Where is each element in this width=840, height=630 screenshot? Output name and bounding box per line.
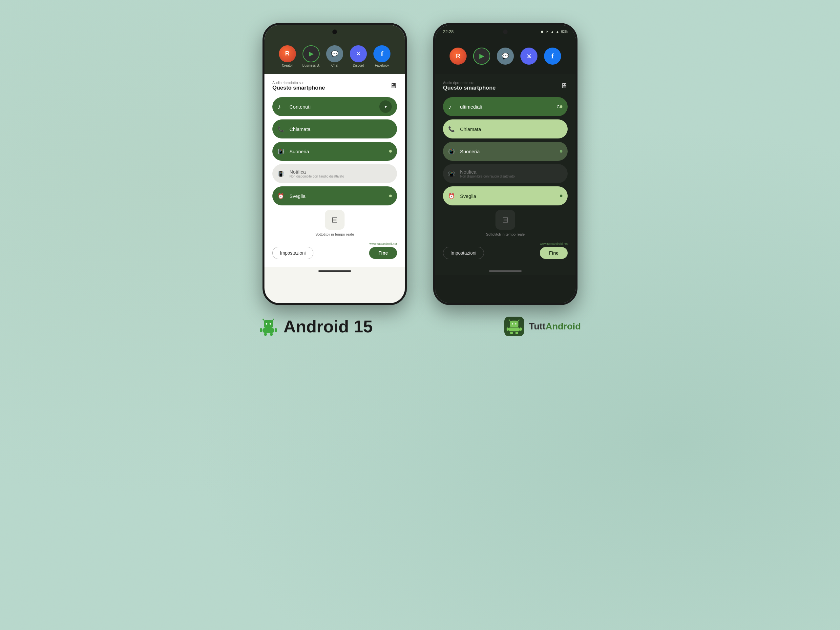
tuttoandroid-label: TuttAndroid <box>529 321 581 332</box>
vol-row-alarm-dark[interactable]: ⏰ Sveglia <box>443 186 568 205</box>
app-icon-chat-dark[interactable]: 💬 <box>497 47 514 65</box>
app-icons-bar-dark: R ▶ 💬 ⚔ <box>435 38 576 74</box>
app-icon-business-light[interactable]: ▶ Business S. <box>303 45 320 67</box>
done-button-light[interactable]: Fine <box>369 247 397 259</box>
vol-sublabel-notif-dark: Non disponibile con l'audio disattivato <box>460 175 515 178</box>
svg-point-1 <box>262 319 264 320</box>
vol-row-call-dark[interactable]: 📞 Chiamata <box>443 120 568 139</box>
home-bar-light <box>318 270 351 272</box>
subtitle-icon-dark: ⊟ <box>496 210 515 230</box>
camera-notch-dark <box>503 30 508 34</box>
vol-label-ring-dark: Suoneria <box>460 148 560 154</box>
home-bar-dark <box>489 270 522 272</box>
subtitle-label-dark: Sottotitoli in tempo reale <box>486 232 525 236</box>
tuttoandroid-icon <box>503 315 526 338</box>
settings-button-dark[interactable]: Impostazioni <box>443 247 484 259</box>
svg-rect-10 <box>270 333 273 336</box>
app-icon-business-dark[interactable]: ▶ <box>473 47 490 65</box>
app-icon-discord-dark[interactable]: ⚔ <box>520 47 537 65</box>
vol-dot-alarm-light <box>389 194 392 197</box>
app-icon-facebook-dark[interactable]: f <box>544 47 561 65</box>
audio-small-label-dark: Audio riprodotto su: <box>443 81 496 85</box>
vol-label-call-light: Chiamata <box>289 126 392 132</box>
vol-sublabel-notif-light: Non disponibile con l'audio disattivato <box>289 175 344 178</box>
subtitle-section-light[interactable]: ⊟ Sottotitoli in tempo reale <box>272 210 397 236</box>
vol-icon-media-light: ♪ <box>278 103 289 111</box>
app-icon-creator-dark[interactable]: R <box>450 47 467 65</box>
svg-point-16 <box>512 323 513 325</box>
app-icon-chat-light[interactable]: 💬 Chat <box>326 45 343 67</box>
vol-expand-btn-light[interactable]: ▾ <box>379 100 392 113</box>
vol-dot-ring-light <box>389 150 392 153</box>
vol-label-notif-light: Notifica <box>289 169 344 175</box>
audio-main-label-light: Questo smartphone <box>272 85 325 91</box>
svg-point-5 <box>270 323 272 325</box>
app-icon-facebook-light[interactable]: f Facebook <box>373 45 390 67</box>
vol-row-media-light[interactable]: ♪ Contenuti ▾ <box>272 97 397 116</box>
audio-main-label-dark: Questo smartphone <box>443 85 496 91</box>
tuttoandroid-logo: TuttAndroid <box>503 315 581 338</box>
svg-rect-8 <box>275 328 277 332</box>
vol-label-notif-dark: Notifica <box>460 169 515 175</box>
vol-row-notif-light: 📳 Notifica Non disponibile con l'audio d… <box>272 164 397 183</box>
bottom-branding: Android 15 TuttAndroid <box>246 315 594 338</box>
vol-row-media-dark[interactable]: ♪ ultimediali C <box>443 97 568 116</box>
app-label-business: Business S. <box>303 64 320 67</box>
vol-label-media-light: Contenuti <box>289 104 377 110</box>
phone-dark: 22:28 ⏺ ☀ ▲ ▲ 62% R ▶ <box>433 23 578 305</box>
subtitle-icon-light: ⊟ <box>325 210 344 230</box>
phone-light-screen: R Creator ▶ Business S. 💬 Chat <box>264 25 405 303</box>
vol-row-notif-dark: 📳 Notifica Non disponibile con l'audio d… <box>443 164 568 183</box>
audio-source-light: Audio riprodotto su: Questo smartphone 🖥 <box>272 81 397 91</box>
svg-rect-6 <box>262 328 274 333</box>
svg-point-13 <box>508 320 510 321</box>
svg-rect-22 <box>515 332 518 334</box>
app-icon-discord-light[interactable]: ⚔ Discord <box>350 45 367 67</box>
android-version-title: Android 15 <box>284 317 373 336</box>
vol-label-alarm-light: Sveglia <box>289 193 389 199</box>
bottom-buttons-dark: Impostazioni Fine <box>443 247 568 259</box>
status-icons-dark: ⏺ ☀ ▲ ▲ 62% <box>540 30 568 33</box>
vol-row-ring-dark[interactable]: 📳 Suoneria <box>443 142 568 161</box>
android-part: Android <box>546 321 581 332</box>
audio-source-dark: Audio riprodotto su: Questo smartphone 🖥 <box>443 81 568 91</box>
vol-dot-alarm-dark <box>560 194 562 197</box>
vol-icon-media-dark: ♪ <box>448 103 460 111</box>
home-indicator-dark <box>435 267 576 275</box>
vol-row-alarm-light[interactable]: ⏰ Sveglia <box>272 186 397 205</box>
app-label-discord: Discord <box>353 64 364 67</box>
volume-panel-dark: Audio riprodotto su: Questo smartphone 🖥… <box>435 74 576 267</box>
svg-rect-19 <box>507 327 508 331</box>
app-icon-creator-light[interactable]: R Creator <box>279 45 296 67</box>
brightness-icon: ☀ <box>546 30 549 33</box>
done-button-dark[interactable]: Fine <box>540 247 568 259</box>
vol-label-alarm-dark: Sveglia <box>460 193 560 199</box>
app-icons-bar-light: R Creator ▶ Business S. 💬 Chat <box>264 38 405 74</box>
vol-icon-alarm-dark: ⏰ <box>448 193 460 199</box>
watermark-dark: www.tuttoandroid.net <box>443 242 568 245</box>
android-robot-icon <box>259 317 278 336</box>
vol-icon-notif-dark: 📳 <box>448 171 460 177</box>
vol-icon-ring-dark: 📳 <box>448 148 460 155</box>
signal-icon: ▲ <box>556 30 559 33</box>
vol-row-ring-light[interactable]: 📳 Suoneria <box>272 142 397 161</box>
battery-label: 62% <box>561 30 568 33</box>
subtitle-label-light: Sottotitoli in tempo reale <box>315 232 354 236</box>
svg-point-15 <box>518 320 519 321</box>
phone-light: R Creator ▶ Business S. 💬 Chat <box>262 23 407 305</box>
app-label-chat: Chat <box>332 64 338 67</box>
vol-icon-call-light: 📞 <box>278 126 289 132</box>
svg-rect-20 <box>520 327 522 331</box>
device-icon-dark: 🖥 <box>561 82 568 90</box>
svg-rect-7 <box>260 328 262 332</box>
tutto-part: Tutt <box>529 321 546 332</box>
svg-point-4 <box>266 323 267 325</box>
settings-button-light[interactable]: Impostazioni <box>272 247 313 259</box>
app-label-creator: Creator <box>282 64 293 67</box>
subtitle-section-dark[interactable]: ⊟ Sottotitoli in tempo reale <box>443 210 568 236</box>
vol-row-call-light[interactable]: 📞 Chiamata <box>272 120 397 139</box>
svg-rect-9 <box>264 333 267 336</box>
svg-point-3 <box>273 319 274 320</box>
wifi-icon: ▲ <box>551 30 554 33</box>
vol-icon-ring-light: 📳 <box>278 148 289 155</box>
